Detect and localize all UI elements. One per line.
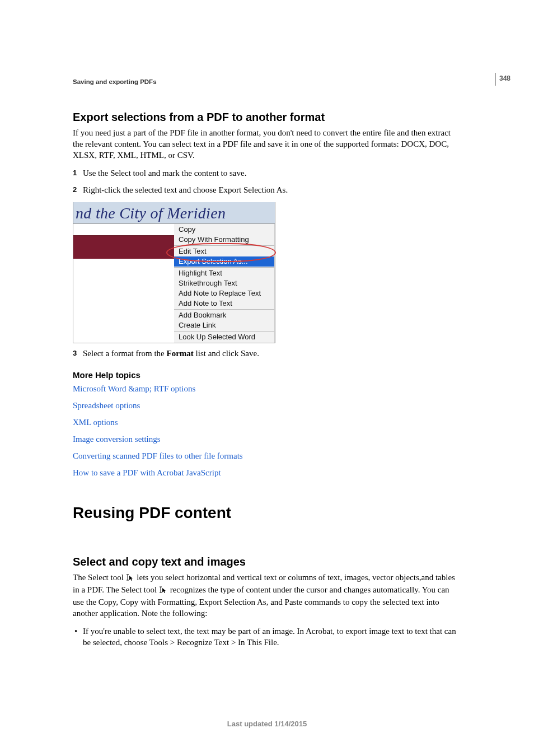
menu-item-add-note-replace[interactable]: Add Note to Replace Text [174,288,274,298]
step-number: 1 [73,167,77,179]
figure-selected-text: nd the City of Meridien [73,202,275,224]
menu-item-add-note-to-text[interactable]: Add Note to Text [174,298,274,309]
context-menu: Copy Copy With Formatting Edit Text Expo… [174,224,275,343]
menu-item-copy[interactable]: Copy [174,225,274,235]
section-title-select-copy: Select and copy text and images [73,556,461,568]
menu-item-look-up-word[interactable]: Look Up Selected Word [174,332,274,342]
step-1: 1 Use the Select tool and mark the conte… [73,167,461,179]
link-image-conversion-settings[interactable]: Image conversion settings [73,433,461,445]
menu-item-edit-text[interactable]: Edit Text [174,246,274,256]
menu-item-highlight-text[interactable]: Highlight Text [174,268,274,278]
link-xml-options[interactable]: XML options [73,417,461,428]
section-paragraph: If you need just a part of the PDF file … [73,127,461,161]
menu-item-strikethrough-text[interactable]: Strikethrough Text [174,278,274,288]
bullet-list: If you're unable to select text, the tex… [73,626,461,648]
select-tool-icon [127,573,134,584]
running-head: Saving and exporting PDFs [73,78,461,85]
figure-context-menu: nd the City of Meridien Copy Copy With F… [73,202,275,343]
step-text: Right-click the selected text and choose… [83,185,288,194]
step-number: 2 [73,184,77,195]
steps-list: 1 Use the Select tool and mark the conte… [73,167,461,195]
menu-item-export-selection-as[interactable]: Export Selection As... [174,256,274,267]
select-tool-icon [160,585,167,596]
menu-item-copy-with-formatting[interactable]: Copy With Formatting [174,235,274,245]
link-save-pdf-javascript[interactable]: How to save a PDF with Acrobat JavaScrip… [73,467,461,478]
step-2: 2 Right-click the selected text and choo… [73,184,461,195]
page-number: 348 [499,74,510,82]
bullet-item: If you're unable to select text, the tex… [73,626,461,648]
menu-item-add-bookmark[interactable]: Add Bookmark [174,310,274,320]
link-converting-scanned-pdf[interactable]: Converting scanned PDF files to other fi… [73,450,461,461]
page-number-wrap: 348 [495,73,510,86]
link-word-rtf-options[interactable]: Microsoft Word &amp; RTF options [73,383,461,394]
steps-list-cont: 3 Select a format from the Format list a… [73,348,461,359]
more-help-title: More Help topics [73,370,461,380]
help-links-list: Microsoft Word &amp; RTF options Spreads… [73,383,461,478]
section2-paragraph: The Select tool lets you select horizont… [73,572,461,619]
section-title-export: Export selections from a PDF to another … [73,111,461,124]
link-spreadsheet-options[interactable]: Spreadsheet options [73,400,461,411]
chapter-title: Reusing PDF content [73,504,461,522]
figure-right-panel: Copy Copy With Formatting Edit Text Expo… [174,224,275,343]
step-3: 3 Select a format from the Format list a… [73,348,461,359]
step-text: Use the Select tool and mark the content… [83,169,246,178]
menu-item-create-link[interactable]: Create Link [174,320,274,330]
figure-left-panel [73,224,174,343]
footer-last-updated: Last updated 1/14/2015 [0,720,534,728]
step-text: Select a format from the Format list and… [83,349,259,358]
page: 348 Saving and exporting PDFs Export sel… [0,0,534,756]
step-number: 3 [73,348,77,359]
